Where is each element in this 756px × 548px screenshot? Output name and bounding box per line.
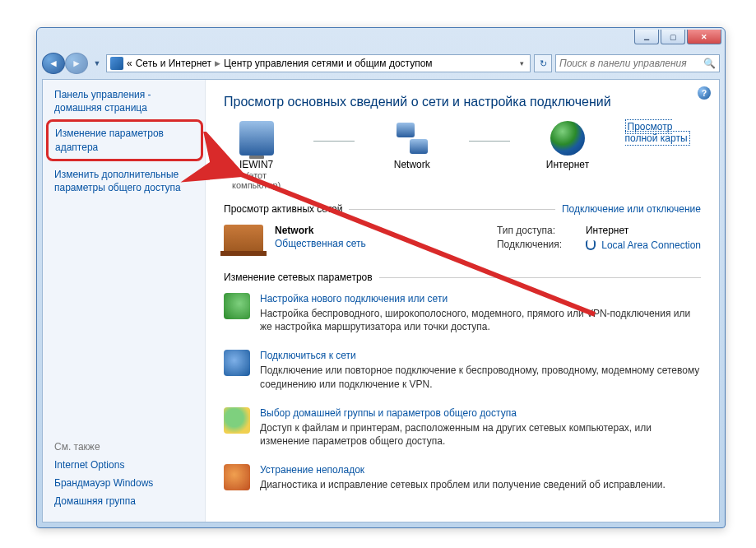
connect-network-icon [224,350,250,376]
client-area: Панель управления - домашняя страница Из… [42,79,720,522]
network-map: IEWIN7 (этот компьютер) Network Интернет… [224,121,701,190]
breadcrumb-prefix: « [127,58,132,69]
computer-icon [239,121,274,156]
search-input[interactable] [559,58,700,69]
setup-connection-icon [224,293,250,319]
forward-button[interactable]: ► [65,53,88,74]
breadcrumb-level2[interactable]: Центр управления сетями и общим доступом [224,58,433,69]
map-this-computer[interactable]: IEWIN7 (этот компьютер) [224,121,289,190]
connect-disconnect-link[interactable]: Подключение или отключение [562,203,701,215]
refresh-button[interactable]: ↻ [534,54,552,72]
homegroup-icon [224,407,250,434]
page-heading: Просмотр основных сведений о сети и наст… [224,95,701,109]
navbar: ◄ ► ▼ « Сеть и Интернет ▶ Центр управлен… [42,51,720,76]
titlebar [37,28,725,51]
map-internet[interactable]: Интернет [535,121,600,170]
see-also-internet-options[interactable]: Internet Options [54,459,197,471]
close-button[interactable] [687,30,721,44]
connections-label: Подключения: [497,239,576,251]
task-link[interactable]: Подключиться к сети [260,350,356,361]
task-desc: Доступ к файлам и принтерам, расположенн… [260,421,701,448]
troubleshoot-icon [224,464,250,490]
address-bar[interactable]: « Сеть и Интернет ▶ Центр управления сет… [106,54,531,72]
see-also-firewall[interactable]: Брандмауэр Windows [54,477,197,489]
change-settings-header: Изменение сетевых параметров [224,272,701,283]
main-panel: ? Просмотр основных сведений о сети и на… [206,80,719,522]
task-desc: Диагностика и исправление сетевых пробле… [260,478,666,491]
task-troubleshoot: Устранение неполадок Диагностика и испра… [224,459,701,503]
task-connect-network: Подключиться к сети Подключение или повт… [224,345,701,402]
active-networks-header: Просмотр активных сетей Подключение или … [224,203,701,215]
task-desc: Подключение или повторное подключение к … [260,364,701,390]
see-also: См. также Internet Options Брандмауэр Wi… [54,425,197,513]
history-dropdown[interactable]: ▼ [91,59,103,67]
task-desc: Настройка беспроводного, широкополосного… [260,307,701,333]
adapter-settings-link[interactable]: Изменение параметров адаптера [55,127,194,153]
address-dropdown[interactable]: ▾ [517,59,526,67]
ethernet-icon [586,240,596,250]
map-connector [313,141,355,142]
control-panel-home-link[interactable]: Панель управления - домашняя страница [54,88,197,114]
network-icon [395,121,429,156]
public-network-icon [224,225,263,251]
network-category-link[interactable]: Общественная сеть [275,238,366,249]
full-map-link[interactable]: Просмотр полной карты [625,121,701,144]
breadcrumb-level1[interactable]: Сеть и Интернет [136,58,211,69]
see-also-title: См. также [54,441,197,453]
annotation-highlight: Изменение параметров адаптера [46,119,203,160]
breadcrumb-sep[interactable]: ▶ [215,59,220,67]
map-network[interactable]: Network [379,121,444,170]
window-frame: ◄ ► ▼ « Сеть и Интернет ▶ Центр управлен… [36,27,726,528]
search-box[interactable]: 🔍 [555,54,720,72]
minimize-button[interactable] [634,30,659,44]
access-type-label: Тип доступа: [497,225,576,236]
access-type-value: Интернет [586,225,628,236]
sidebar: Панель управления - домашняя страница Из… [43,80,206,522]
advanced-sharing-link[interactable]: Изменить дополнительные параметры общего… [54,168,197,194]
task-link[interactable]: Устранение неполадок [260,464,364,476]
task-link[interactable]: Выбор домашней группы и параметров общег… [260,407,517,419]
see-also-homegroup[interactable]: Домашняя группа [54,495,197,507]
globe-icon [550,121,585,156]
control-panel-icon [110,57,123,70]
task-homegroup: Выбор домашней группы и параметров общег… [224,402,701,459]
task-setup-connection: Настройка нового подключения или сети На… [224,288,701,345]
help-icon[interactable]: ? [698,86,711,100]
task-list: Настройка нового подключения или сети На… [224,288,701,503]
task-link[interactable]: Настройка нового подключения или сети [260,293,448,304]
network-name: Network [275,225,366,236]
active-network-block: Network Общественная сеть Тип доступа: И… [224,220,701,265]
map-connector [469,141,510,142]
search-icon: 🔍 [703,58,716,69]
back-button[interactable]: ◄ [42,53,65,74]
maximize-button[interactable] [661,30,685,44]
connection-link[interactable]: Local Area Connection [601,239,701,251]
